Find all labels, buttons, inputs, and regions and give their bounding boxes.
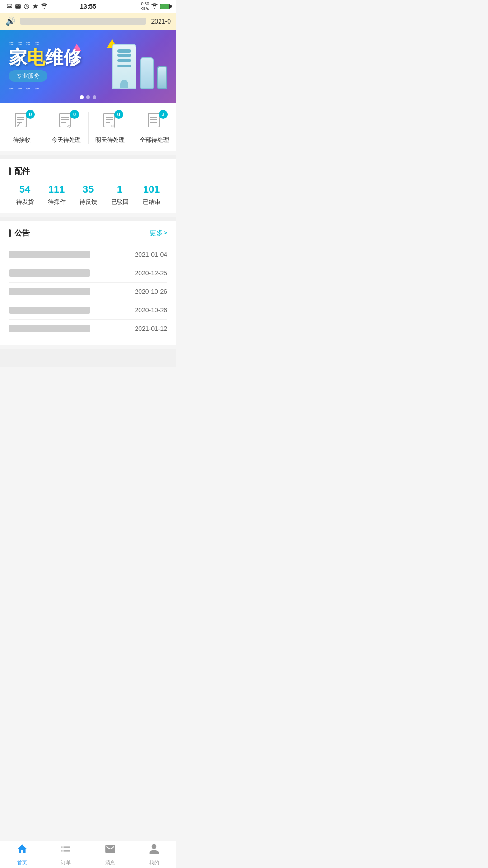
acc-count-feedback: 35 [83,184,94,195]
notification-bar: 🔊 2021-0 [0,13,176,30]
acc-operation[interactable]: 111 待操作 [48,184,66,206]
svg-text:今: 今 [67,124,71,129]
appliance-tiny [157,66,167,89]
status-right: 0.30KB/s [141,1,170,11]
announcement-item-1[interactable]: 2021-01-04 [9,245,167,264]
announcements-title: 公告 [9,228,30,238]
stat-badge-2: 0 [70,110,79,119]
appliance-small [140,57,154,89]
divider-2 [0,217,176,221]
acc-count-operation: 111 [48,184,65,195]
announcement-date-3: 2020-10-26 [135,288,167,295]
announcement-date-1: 2021-01-04 [135,251,167,258]
banner: ≈ ≈ ≈ ≈ 家电维修 专业服务 ≈ ≈ ≈ ≈ [0,30,176,103]
stat-label-1: 待接收 [13,136,31,144]
accessories-title-text: 配件 [14,166,30,176]
acc-finished[interactable]: 101 已结束 [143,184,160,206]
stat-icon-wrap-4: 3 [143,112,166,132]
banner-appliances [112,44,167,89]
acc-label-rejected: 已驳回 [111,198,129,206]
banner-title: 家电维修 [9,48,81,66]
accessories-title: 配件 [9,166,167,176]
stat-icon-wrap-1: ← 0 [10,112,33,132]
acc-count-shipping: 54 [19,184,30,195]
acc-count-finished: 101 [143,184,160,195]
more-link[interactable]: 更多> [150,229,167,237]
speaker-icon: 🔊 [5,16,15,26]
footer-space [0,349,176,367]
announcement-title-bar-1 [9,251,90,258]
stat-badge-1: 0 [26,110,35,119]
divider-1 [0,155,176,159]
notification-date: 2021-0 [151,18,171,25]
announcement-item-3[interactable]: 2020-10-26 [9,283,167,301]
announcement-item-4[interactable]: 2020-10-26 [9,301,167,320]
stat-today-pending[interactable]: 今 0 今天待处理 [44,112,89,144]
announcement-date-4: 2020-10-26 [135,307,167,314]
notification-content [20,18,146,25]
announcement-list: 2021-01-04 2020-12-25 2020-10-26 2020-10… [9,245,167,338]
stat-badge-3: 0 [114,110,123,119]
acc-label-feedback: 待反馈 [80,198,97,206]
stat-waiting-receive[interactable]: ← 0 待接收 [0,112,44,144]
announcement-date-2: 2020-12-25 [135,269,167,277]
banner-dot-1[interactable] [80,95,84,99]
svg-text:←: ← [16,124,21,129]
announcement-title-bar-5 [9,325,90,332]
announcement-item-2[interactable]: 2020-12-25 [9,264,167,283]
quick-stats-section: ← 0 待接收 今 0 [0,103,176,151]
stat-badge-4: 3 [159,110,168,119]
network-speed: 0.30KB/s [141,1,149,11]
announcement-date-5: 2021-01-12 [135,325,167,332]
announcement-item-5[interactable]: 2021-01-12 [9,320,167,338]
acc-rejected[interactable]: 1 已驳回 [111,184,129,206]
announcement-title-bar-3 [9,288,90,295]
battery-icon [160,4,170,9]
acc-label-shipping: 待发货 [16,198,34,206]
stat-all-pending[interactable]: 3 全部待处理 [132,112,176,144]
banner-dot-3[interactable] [93,95,96,99]
stat-icon-wrap-2: 今 0 [55,112,77,132]
status-time: 13:55 [80,3,96,10]
status-bar: 13:55 0.30KB/s [0,0,176,13]
acc-feedback[interactable]: 35 待反馈 [80,184,97,206]
banner-text: ≈ ≈ ≈ ≈ 家电维修 专业服务 ≈ ≈ ≈ ≈ [9,39,81,94]
acc-label-operation: 待操作 [48,198,66,206]
announcement-title-bar-2 [9,269,90,277]
banner-dots [80,95,96,99]
accessories-grid: 54 待发货 111 待操作 35 待反馈 1 已驳回 101 已结束 [9,184,167,206]
status-icons [6,3,48,9]
acc-shipping[interactable]: 54 待发货 [16,184,34,206]
banner-waves-bottom: ≈ ≈ ≈ ≈ [9,85,81,94]
stat-label-4: 全部待处理 [140,136,169,144]
stat-tomorrow-pending[interactable]: 明 0 明天待处理 [89,112,133,144]
appliance-air-conditioner [112,44,136,89]
banner-subtitle: 专业服务 [9,70,47,82]
stat-label-2: 今天待处理 [52,136,81,144]
stat-icon-wrap-3: 明 0 [99,112,122,132]
banner-waves: ≈ ≈ ≈ ≈ [9,39,81,48]
acc-label-finished: 已结束 [143,198,160,206]
stat-label-3: 明天待处理 [95,136,125,144]
announcements-title-text: 公告 [14,228,30,238]
announcement-title-bar-4 [9,307,90,314]
acc-count-rejected: 1 [117,184,122,195]
announcements-header: 公告 更多> [9,228,167,238]
banner-dot-2[interactable] [86,95,90,99]
announcements-section: 公告 更多> 2021-01-04 2020-12-25 2020-10-26 … [0,221,176,345]
accessories-section: 配件 54 待发货 111 待操作 35 待反馈 1 已驳回 101 已结束 [0,159,176,213]
svg-text:明: 明 [111,124,115,129]
